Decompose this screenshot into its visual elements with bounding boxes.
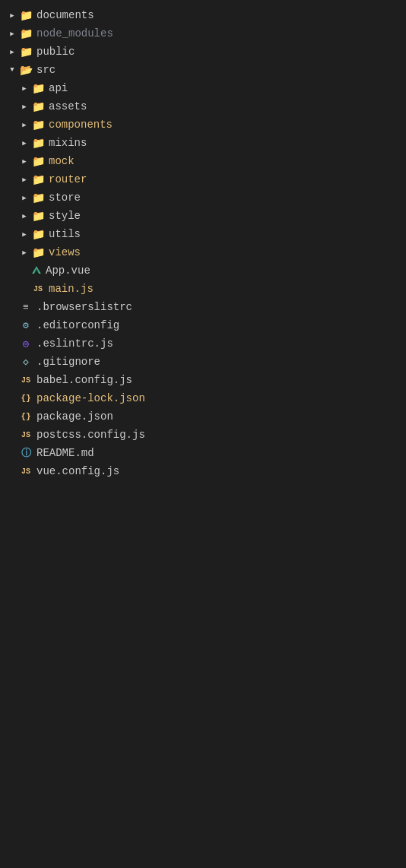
folder-icon-src: 📂 (18, 64, 33, 76)
tree-item-editorconfig[interactable]: ⚙ .editorconfig (0, 316, 406, 334)
tree-item-readme[interactable]: ⓘ README.md (0, 444, 406, 462)
item-label-components: components (49, 119, 400, 131)
js-icon-vue-config: JS (18, 465, 33, 477)
arrow-icon-public (6, 46, 18, 58)
folder-icon-node-modules: 📁 (18, 27, 33, 40)
js-icon-postcss: JS (18, 429, 33, 441)
arrow-icon-assets (18, 100, 30, 112)
item-label-store: store (49, 192, 400, 204)
item-label-documents: documents (36, 9, 400, 21)
arrow-icon-src (6, 64, 18, 76)
item-label-eslintrc: .eslintrc.js (36, 337, 400, 350)
file-tree: 📁 documents 📁 node_modules 📁 public 📂 sr… (0, 0, 406, 486)
folder-icon-mock: 📁 (30, 155, 46, 167)
arrow-icon-mixins (18, 137, 30, 149)
arrow-icon-mock (18, 155, 30, 167)
folder-icon-store: 📁 (30, 192, 46, 204)
js-icon-babel: JS (18, 374, 33, 386)
folder-icon-router: 📁 (30, 173, 46, 185)
tree-item-node-modules[interactable]: 📁 node_modules (0, 24, 406, 43)
tree-item-package-lock[interactable]: {} package-lock.json (0, 389, 406, 407)
item-label-mock: mock (49, 155, 400, 167)
arrow-icon-api (18, 82, 30, 94)
eslint-icon: ◎ (18, 337, 33, 350)
tree-item-public[interactable]: 📁 public (0, 43, 406, 61)
vue-icon (30, 265, 43, 277)
item-label-main-js: main.js (49, 283, 400, 295)
item-label-public: public (36, 46, 400, 58)
item-label-app-vue: App.vue (46, 265, 400, 277)
folder-icon-components: 📁 (30, 119, 46, 131)
folder-icon-mixins: 📁 (30, 137, 46, 149)
tree-item-assets[interactable]: 📁 assets (0, 97, 406, 116)
arrow-icon-documents (6, 9, 18, 21)
item-label-assets: assets (49, 100, 400, 112)
tree-item-api[interactable]: 📁 api (0, 79, 406, 97)
folder-icon-documents: 📁 (18, 9, 33, 21)
item-label-postcss-config: postcss.config.js (36, 429, 400, 441)
tree-item-gitignore[interactable]: ◇ .gitignore (0, 353, 406, 371)
git-icon: ◇ (18, 356, 33, 368)
tree-item-documents[interactable]: 📁 documents (0, 6, 406, 24)
tree-item-postcss-config[interactable]: JS postcss.config.js (0, 426, 406, 444)
arrow-icon-router (18, 173, 30, 185)
arrow-icon-utils (18, 228, 30, 240)
item-label-views: views (49, 246, 400, 258)
list-icon: ≡ (18, 301, 33, 313)
js-icon-main: JS (30, 283, 46, 295)
item-label-package-lock: package-lock.json (36, 392, 400, 404)
tree-item-app-vue[interactable]: App.vue (0, 261, 406, 280)
item-label-src: src (36, 64, 400, 76)
folder-icon-assets: 📁 (30, 100, 46, 112)
folder-icon-public: 📁 (18, 46, 33, 58)
folder-icon-views: 📁 (30, 246, 46, 258)
tree-item-router[interactable]: 📁 router (0, 170, 406, 188)
item-label-editorconfig: .editorconfig (36, 319, 400, 331)
item-label-gitignore: .gitignore (36, 356, 400, 368)
item-label-browserslistrc: .browserslistrc (36, 301, 400, 313)
item-label-api: api (49, 82, 400, 94)
tree-item-vue-config[interactable]: JS vue.config.js (0, 462, 406, 480)
tree-item-style[interactable]: 📁 style (0, 207, 406, 225)
item-label-mixins: mixins (49, 137, 400, 149)
item-label-readme: README.md (36, 447, 400, 459)
tree-item-utils[interactable]: 📁 utils (0, 225, 406, 243)
item-label-node-modules: node_modules (36, 27, 400, 40)
item-label-vue-config: vue.config.js (36, 465, 400, 477)
tree-item-mixins[interactable]: 📁 mixins (0, 134, 406, 152)
tree-item-package-json[interactable]: {} package.json (0, 407, 406, 426)
tree-item-views[interactable]: 📁 views (0, 243, 406, 261)
item-label-babel-config: babel.config.js (36, 374, 400, 386)
arrow-icon-store (18, 192, 30, 204)
gear-icon: ⚙ (18, 319, 33, 331)
arrow-icon-style (18, 210, 30, 222)
tree-item-eslintrc[interactable]: ◎ .eslintrc.js (0, 334, 406, 353)
tree-item-src[interactable]: 📂 src (0, 61, 406, 79)
json-icon-package-lock: {} (18, 392, 33, 404)
tree-item-mock[interactable]: 📁 mock (0, 152, 406, 170)
tree-item-babel-config[interactable]: JS babel.config.js (0, 371, 406, 389)
item-label-utils: utils (49, 228, 400, 240)
item-label-style: style (49, 210, 400, 222)
arrow-icon-components (18, 119, 30, 131)
folder-icon-utils: 📁 (30, 228, 46, 240)
arrow-icon-node-modules (6, 27, 18, 40)
folder-icon-api: 📁 (30, 82, 46, 94)
tree-item-browserslistrc[interactable]: ≡ .browserslistrc (0, 298, 406, 316)
json-icon-package: {} (18, 410, 33, 423)
item-label-package-json: package.json (36, 410, 400, 423)
readme-icon: ⓘ (18, 447, 33, 459)
folder-icon-style: 📁 (30, 210, 46, 222)
tree-item-main-js[interactable]: JS main.js (0, 280, 406, 298)
arrow-icon-views (18, 246, 30, 258)
tree-item-store[interactable]: 📁 store (0, 188, 406, 207)
item-label-router: router (49, 173, 400, 185)
tree-item-components[interactable]: 📁 components (0, 116, 406, 134)
